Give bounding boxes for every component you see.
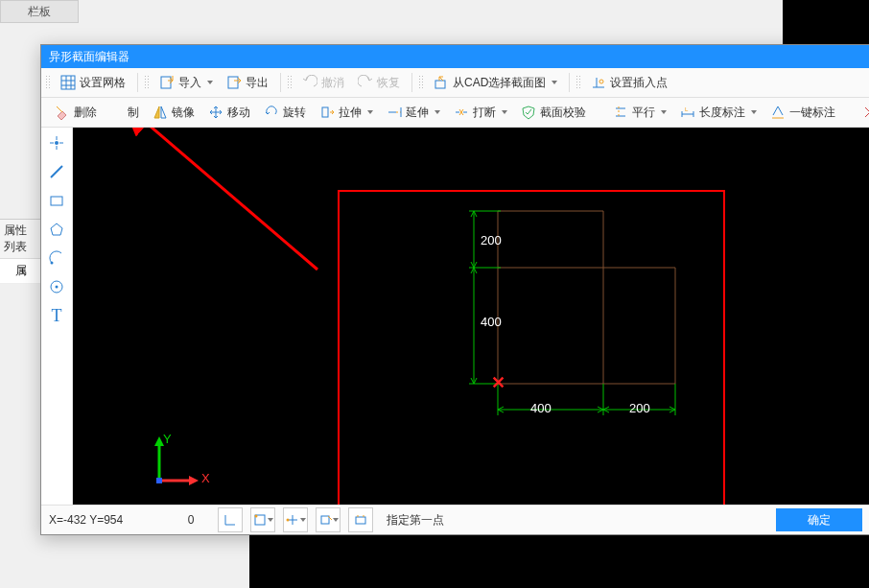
from-cad-label: 从CAD选择截面图 (453, 75, 546, 91)
stretch-icon (319, 105, 335, 120)
undo-button[interactable]: 撤消 (296, 73, 350, 93)
toolbar-grip-icon (287, 75, 293, 90)
svg-point-61 (286, 519, 289, 522)
external-tab: 栏板 (0, 0, 79, 23)
move-icon (208, 105, 223, 120)
snap-perp-toggle[interactable] (348, 507, 373, 532)
toolbar-row-2: 删除 制 镜像 移动 旋转 拉伸 (41, 98, 869, 128)
toolbar-grip-icon (45, 75, 51, 90)
tool-palette: T (41, 128, 73, 505)
undo-label: 撤消 (321, 75, 344, 91)
ok-label: 确定 (808, 512, 831, 529)
svg-rect-0 (61, 76, 75, 89)
stretch-button[interactable]: 拉伸 (314, 103, 379, 123)
svg-rect-54 (156, 478, 162, 483)
dimension-icon: L (680, 105, 695, 120)
toolbar-row-1: 设置网格 导入 导出 撤消 恢复 (41, 68, 869, 98)
export-label: 导出 (246, 75, 269, 91)
text-tool[interactable]: T (45, 304, 68, 327)
break-button[interactable]: 打断 (448, 103, 513, 123)
dim-bot-right-value: 200 (629, 401, 650, 415)
drawing-canvas[interactable]: ✕ 200 400 400 200 Y X (73, 128, 869, 505)
snap-grid-toggle[interactable] (218, 507, 243, 532)
import-button[interactable]: 导入 (153, 73, 219, 93)
svg-marker-53 (189, 476, 199, 485)
svg-line-39 (143, 128, 317, 270)
toolbar-grip-icon (575, 75, 581, 90)
rect-tool[interactable] (45, 189, 68, 212)
editor-content: T (41, 128, 869, 505)
chevron-down-icon (434, 110, 440, 114)
property-list-panel: 属性列表 属 (0, 219, 40, 284)
auto-dim-button[interactable]: 一键标注 (764, 103, 841, 123)
extend-label: 延伸 (406, 105, 429, 121)
break-label: 打断 (473, 105, 496, 121)
parallel-button[interactable]: 平行 (607, 103, 672, 123)
dim-mid-value: 400 (481, 315, 502, 329)
mirror-button[interactable]: 镜像 (147, 103, 200, 123)
toolbar-grip-icon (418, 75, 424, 90)
check-shield-icon (521, 105, 536, 120)
chevron-down-icon (207, 81, 213, 84)
from-cad-button[interactable]: 从CAD选择截面图 (428, 73, 563, 93)
copy-label: 制 (128, 105, 139, 121)
undo-icon (302, 75, 317, 90)
cad-select-icon (434, 75, 449, 90)
svg-point-28 (55, 141, 59, 145)
set-grid-button[interactable]: 设置网格 (55, 73, 131, 93)
polygon-tool[interactable] (45, 218, 68, 241)
set-grid-label: 设置网格 (80, 75, 126, 91)
delete-button[interactable]: 删除 (49, 103, 103, 123)
copy-button[interactable]: 制 (105, 103, 145, 123)
svg-point-36 (51, 262, 54, 265)
statusbar: X=-432 Y=954 0 指定第一点 确定 (41, 505, 869, 534)
svg-rect-62 (321, 516, 329, 524)
rotate-button[interactable]: 旋转 (258, 103, 312, 123)
separator (411, 73, 412, 92)
svg-marker-51 (154, 436, 164, 446)
svg-line-33 (51, 166, 62, 177)
status-zero: 0 (172, 513, 210, 527)
ok-button[interactable]: 确定 (776, 508, 862, 531)
insert-point-icon (591, 75, 606, 90)
chevron-down-icon (300, 518, 306, 522)
parallel-icon (613, 105, 628, 120)
verify-label: 截面校验 (540, 105, 586, 121)
circle-tool[interactable] (45, 275, 68, 298)
mirror-label: 镜像 (172, 105, 195, 121)
set-insert-button[interactable]: 设置插入点 (585, 73, 673, 93)
length-dim-button[interactable]: L 长度标注 (674, 103, 763, 123)
command-prompt: 指定第一点 (387, 512, 444, 529)
parallel-label: 平行 (632, 105, 655, 121)
titlebar: 异形截面编辑器 (41, 45, 869, 68)
set-insert-label: 设置插入点 (610, 75, 668, 91)
more-delete-button[interactable]: 删 (857, 103, 869, 123)
rotate-icon (264, 105, 279, 120)
redo-icon (358, 75, 373, 90)
snap-endpoint-toggle[interactable] (283, 507, 308, 532)
import-label: 导入 (178, 75, 201, 91)
chevron-down-icon (751, 110, 757, 114)
arc-tool[interactable] (45, 247, 68, 270)
snap-mid-toggle[interactable] (316, 507, 341, 532)
redo-label: 恢复 (377, 75, 400, 91)
svg-point-10 (599, 80, 603, 83)
window-title: 异形截面编辑器 (49, 49, 129, 65)
export-icon (226, 75, 242, 90)
redo-button[interactable]: 恢复 (352, 73, 406, 93)
length-dim-label: 长度标注 (699, 105, 745, 121)
separator (137, 73, 138, 92)
bg-dark-bottom (249, 535, 869, 588)
point-tool[interactable] (45, 131, 68, 154)
verify-button[interactable]: 截面校验 (515, 103, 592, 123)
svg-text:L: L (685, 106, 689, 112)
break-icon (454, 105, 469, 120)
move-button[interactable]: 移动 (202, 103, 256, 123)
line-tool[interactable] (45, 160, 68, 183)
rotate-label: 旋转 (283, 105, 306, 121)
snap-ortho-toggle[interactable] (250, 507, 275, 532)
property-list-column: 属 (0, 259, 40, 284)
external-tab-label: 栏板 (28, 4, 51, 20)
extend-button[interactable]: 延伸 (381, 103, 446, 123)
export-button[interactable]: 导出 (221, 73, 274, 93)
